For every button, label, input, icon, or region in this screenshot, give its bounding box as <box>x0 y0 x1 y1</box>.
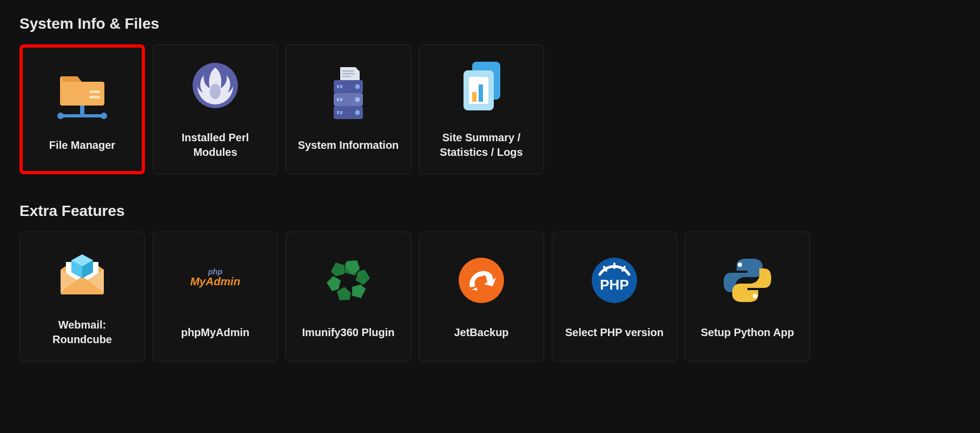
card-perl-modules[interactable]: Installed Perl Modules <box>153 44 278 174</box>
card-row-system: File Manager Installed Perl Modules <box>19 44 961 174</box>
svg-rect-8 <box>342 70 354 72</box>
card-roundcube[interactable]: Webmail: Roundcube <box>19 232 145 362</box>
svg-point-16 <box>355 110 360 115</box>
svg-point-48 <box>738 263 742 267</box>
svg-rect-26 <box>472 92 476 102</box>
jetbackup-icon <box>449 251 514 310</box>
svg-point-42 <box>482 275 486 280</box>
server-icon <box>316 63 381 123</box>
svg-rect-5 <box>89 96 100 99</box>
card-label: Webmail: Roundcube <box>28 318 137 347</box>
perl-icon <box>183 56 248 115</box>
svg-marker-38 <box>327 276 341 291</box>
svg-point-2 <box>101 113 107 119</box>
svg-point-15 <box>355 97 360 102</box>
roundcube-icon <box>50 243 115 303</box>
stats-icon <box>449 56 514 115</box>
svg-rect-17 <box>337 85 339 88</box>
card-php-version[interactable]: PHP Select PHP version <box>552 232 677 362</box>
svg-point-14 <box>355 84 360 89</box>
svg-marker-36 <box>348 281 368 301</box>
php-icon: PHP <box>582 251 647 310</box>
svg-text:MyAdmin: MyAdmin <box>190 275 241 287</box>
imunify-icon <box>316 251 381 310</box>
card-label: JetBackup <box>454 325 508 340</box>
card-label: Installed Perl Modules <box>161 130 270 160</box>
card-label: Site Summary / Statistics / Logs <box>427 130 536 160</box>
svg-rect-22 <box>340 111 342 114</box>
svg-point-49 <box>753 294 757 298</box>
card-label: File Manager <box>49 138 115 153</box>
card-label: Setup Python App <box>701 325 794 340</box>
svg-rect-4 <box>89 90 100 93</box>
card-row-extra: Webmail: Roundcube php MyAdmin phpMyAdmi… <box>19 232 961 362</box>
svg-point-41 <box>459 258 504 303</box>
svg-rect-18 <box>340 85 342 88</box>
folder-network-icon <box>50 63 115 123</box>
card-python-app[interactable]: Setup Python App <box>685 232 810 362</box>
section-title-system: System Info & Files <box>19 15 961 32</box>
svg-rect-20 <box>340 98 342 101</box>
section-title-extra: Extra Features <box>19 202 961 220</box>
svg-marker-35 <box>356 270 370 285</box>
svg-text:PHP: PHP <box>600 277 628 293</box>
card-system-information[interactable]: System Information <box>286 44 411 174</box>
card-phpmyadmin[interactable]: php MyAdmin phpMyAdmin <box>153 232 278 362</box>
python-icon <box>715 251 780 310</box>
svg-rect-19 <box>337 98 339 101</box>
svg-point-1 <box>57 113 64 119</box>
svg-rect-9 <box>342 73 354 75</box>
card-label: Select PHP version <box>565 325 664 340</box>
svg-rect-27 <box>479 84 483 102</box>
card-label: phpMyAdmin <box>181 325 250 340</box>
phpmyadmin-icon: php MyAdmin <box>183 251 248 310</box>
svg-rect-10 <box>342 76 351 77</box>
card-label: System Information <box>298 138 399 153</box>
svg-rect-21 <box>337 111 339 114</box>
card-label: Imunify360 Plugin <box>302 325 394 340</box>
card-file-manager[interactable]: File Manager <box>19 44 145 174</box>
svg-point-7 <box>210 84 221 99</box>
svg-text:php: php <box>208 267 223 275</box>
card-imunify[interactable]: Imunify360 Plugin <box>286 232 411 362</box>
card-jetbackup[interactable]: JetBackup <box>419 232 544 362</box>
card-site-summary[interactable]: Site Summary / Statistics / Logs <box>419 44 544 174</box>
